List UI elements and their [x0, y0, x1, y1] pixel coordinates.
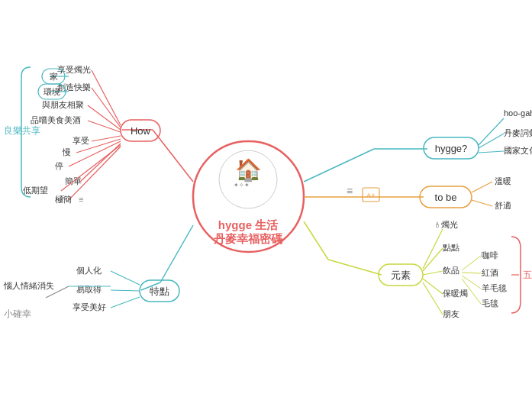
candle-icon: 🕯	[434, 221, 441, 229]
hoo-gah: hoo-gah	[504, 108, 532, 118]
stress-gone: 惱人情緒消失	[3, 281, 54, 290]
small-happy: 小確幸	[4, 308, 31, 319]
elements-label: 元素	[391, 270, 411, 281]
how-label: How	[131, 125, 151, 137]
center-doodle: 🏠	[235, 157, 262, 182]
blanket: 毛毯	[482, 299, 498, 308]
warmcandle: 保暖燭	[443, 289, 468, 298]
stop: 停	[55, 161, 63, 170]
enjoy: 享受	[73, 136, 89, 145]
triple-eq: ≡	[79, 195, 83, 204]
a-plus: A+	[366, 192, 375, 199]
friends: 朋友	[443, 309, 459, 318]
env-label: 環境	[44, 87, 60, 96]
woolblanket: 羊毛毯	[482, 283, 507, 292]
national-culture: 國家文化	[504, 146, 532, 155]
drinks: 飲品	[443, 266, 459, 275]
create-joy: 創造快樂	[57, 82, 91, 92]
slow: 慢	[62, 147, 71, 157]
home-label: 家	[50, 72, 58, 81]
enjoy-good: 享受美好	[73, 302, 106, 311]
danish-word: 丹麥詞彙	[504, 128, 532, 137]
mindmap: 🏠 ✦✧✦ hygge 生活 丹麥幸福密碼 hygge? hoo-gah 丹麥詞…	[0, 0, 532, 397]
warm: 溫暖	[495, 176, 511, 186]
triple-line: ≡	[347, 185, 353, 197]
enjoy-candle: 享受燭光	[57, 65, 91, 74]
center-label2: 丹麥幸福密碼	[213, 232, 282, 245]
candlelight: 燭光	[441, 220, 458, 229]
personal: 個人化	[76, 266, 102, 275]
center-doodle2: ✦✧✦	[234, 182, 250, 189]
coffee: 咖啡	[482, 250, 498, 260]
tobe-label: to be	[435, 192, 457, 203]
features-label: 特點	[150, 286, 169, 297]
redwine: 紅酒	[482, 268, 498, 277]
low-expect: 低期望	[23, 186, 48, 195]
taste-food: 品嚐美食美酒	[31, 115, 81, 124]
five-senses: 五感體驗	[523, 270, 532, 280]
gather-friends: 與朋友相聚	[42, 100, 84, 109]
cozy: 舒適	[495, 201, 511, 210]
share-label: 良樂共享	[4, 125, 40, 136]
extra-triple: ≡	[60, 192, 64, 202]
hygge-label: hygge?	[435, 143, 468, 154]
center-label1: hygge 生活	[218, 218, 279, 231]
dots: 點點	[442, 243, 459, 252]
